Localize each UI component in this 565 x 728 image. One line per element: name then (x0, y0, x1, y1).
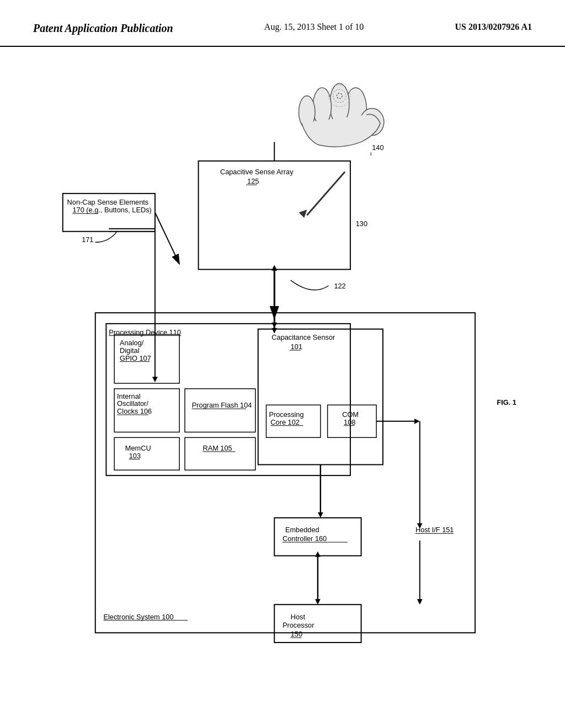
capacitance-sensor-box (258, 329, 383, 465)
patent-diagram: FIG. 1 140 Capacitive Sense Array (11, 58, 554, 709)
ref-171: 171 (82, 235, 93, 244)
capacitive-sense-array-num: 125 (247, 177, 259, 185)
capacitive-sense-array-box (199, 161, 350, 270)
program-flash-label1: Program Flash 104 (192, 401, 252, 409)
oscillator-label2: Oscillator/ (117, 399, 148, 408)
ref-122: 122 (334, 282, 345, 290)
capacitance-sensor-label1: Capacitance Sensor (271, 333, 335, 341)
svg-marker-41 (315, 599, 321, 604)
oscillator-label1: Internal (117, 392, 141, 400)
analog-digital-label1: Analog/ (120, 339, 144, 347)
processing-core-label2: Core 102 (270, 418, 300, 426)
svg-marker-52 (271, 328, 277, 334)
svg-marker-43 (417, 599, 423, 604)
host-processor-label2: Processor (282, 621, 315, 629)
host-if-label: Host I/F 151 (415, 526, 454, 534)
com-label1: COM (342, 410, 359, 419)
embedded-controller-label1: Embedded (285, 526, 319, 534)
processing-device-label: Processing Device 110 (109, 328, 181, 336)
svg-marker-51 (271, 265, 277, 271)
svg-marker-33 (318, 512, 323, 518)
non-cap-sense-label1: Non-Cap Sense Elements (67, 198, 149, 206)
fig-label: FIG. 1 (497, 398, 516, 406)
ref-140: 140 (372, 143, 383, 152)
analog-digital-label2: Digital (120, 346, 139, 355)
svg-marker-35 (414, 419, 420, 424)
electronic-system-box (95, 313, 475, 633)
memcu-box (114, 437, 179, 470)
svg-line-9 (307, 172, 345, 216)
embedded-controller-label2: Controller 160 (282, 534, 327, 543)
svg-marker-48 (152, 377, 158, 382)
electronic-system-label: Electronic System 100 (104, 613, 174, 621)
svg-marker-45 (315, 552, 321, 557)
capacitance-sensor-label2: 101 (291, 342, 302, 351)
header-patent-number: US 2013/0207926 A1 (455, 22, 532, 32)
svg-line-16 (155, 212, 179, 264)
memcu-label1: MemCU (125, 444, 151, 452)
diagram-area: FIG. 1 140 Capacitive Sense Array (0, 47, 565, 720)
header-publication-label: Patent Application Publication (33, 22, 173, 35)
stylus-illustration (299, 172, 345, 218)
memcu-label2: 103 (129, 452, 141, 460)
non-cap-sense-label2: 170 (e.g., Buttons, LEDs) (72, 206, 151, 214)
ref-130: 130 (356, 220, 367, 228)
svg-marker-10 (299, 210, 307, 218)
ram-label1: RAM 105 (202, 444, 232, 452)
oscillator-label3: Clocks 106 (117, 407, 152, 415)
header-sheet-info: Aug. 15, 2013 Sheet 1 of 10 (264, 22, 364, 32)
host-processor-label3: 150 (291, 630, 302, 638)
com-label2: 108 (344, 418, 355, 426)
capacitive-sense-array-label: Capacitive Sense Array (220, 168, 294, 176)
processing-core-label1: Processing (269, 410, 303, 419)
program-flash-box (185, 389, 255, 432)
page-header: Patent Application Publication Aug. 15, … (0, 0, 565, 47)
host-processor-label1: Host (291, 613, 306, 621)
hand-illustration (299, 83, 384, 147)
ram-box (185, 437, 255, 470)
analog-digital-label3: GPIO 107 (120, 354, 151, 362)
